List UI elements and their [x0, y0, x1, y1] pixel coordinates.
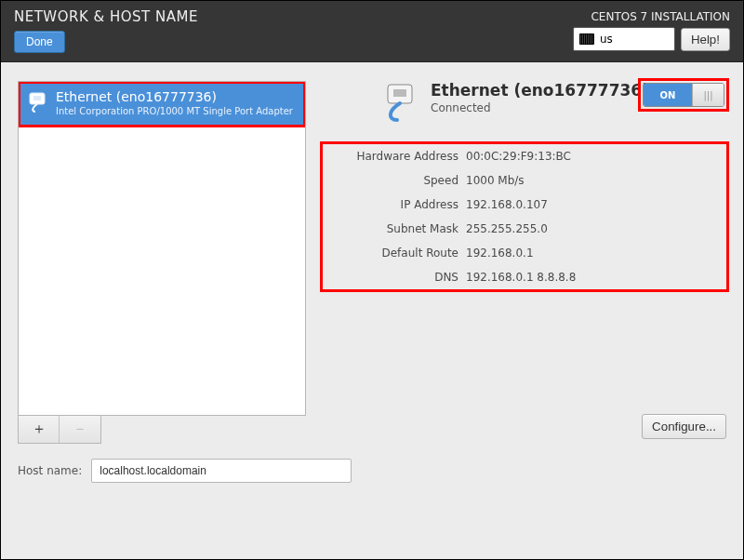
content-area: Ethernet (eno16777736) Intel Corporation… [1, 62, 743, 453]
svg-rect-1 [33, 96, 41, 100]
detail-value-hw: 00:0C:29:F9:13:BC [466, 150, 721, 163]
done-button[interactable]: Done [14, 31, 65, 53]
nic-description: Intel Corporation PRO/1000 MT Single Por… [56, 106, 296, 116]
nic-detail-column: Ethernet (eno16777736) Connected ON ||| … [323, 81, 726, 444]
detail-label-mask: Subnet Mask [328, 222, 458, 235]
hostname-row: Host name: [1, 453, 743, 500]
ethernet-icon [26, 91, 48, 113]
detail-value-speed: 1000 Mb/s [466, 174, 721, 187]
nic-status: Connected [431, 101, 649, 114]
detail-label-route: Default Route [328, 247, 458, 260]
top-right: CENTOS 7 INSTALLATION us Help! [573, 7, 730, 56]
nic-list-item[interactable]: Ethernet (eno16777736) Intel Corporation… [19, 82, 305, 127]
page-title: NETWORK & HOST NAME [14, 7, 198, 25]
detail-value-ip: 192.168.0.107 [466, 198, 721, 211]
detail-value-mask: 255.255.255.0 [466, 222, 721, 235]
detail-value-dns: 192.168.0.1 8.8.8.8 [466, 271, 721, 284]
toggle-knob: ||| [692, 84, 724, 106]
keyboard-layout-selector[interactable]: us [573, 27, 675, 51]
detail-label-dns: DNS [328, 271, 458, 284]
svg-rect-3 [393, 89, 406, 97]
add-nic-button[interactable]: ＋ [19, 416, 60, 443]
nic-header: Ethernet (eno16777736) Connected ON ||| [379, 81, 726, 124]
keyboard-icon [579, 33, 594, 45]
nic-header-text: Ethernet (eno16777736) Connected [431, 81, 649, 114]
detail-label-speed: Speed [328, 174, 458, 187]
nic-enable-toggle[interactable]: ON ||| [643, 83, 724, 107]
nic-details: Hardware Address 00:0C:29:F9:13:BC Speed… [323, 144, 726, 289]
hostname-label: Host name: [18, 464, 82, 477]
nic-list-toolbar: ＋ － [18, 416, 101, 444]
top-controls: us Help! [573, 27, 730, 51]
installation-label: CENTOS 7 INSTALLATION [591, 7, 730, 23]
remove-nic-button[interactable]: － [60, 416, 100, 443]
help-button[interactable]: Help! [681, 28, 730, 51]
keyboard-layout-label: us [600, 33, 613, 46]
nic-list-column: Ethernet (eno16777736) Intel Corporation… [18, 81, 306, 444]
nic-name: Ethernet (eno16777736) [56, 89, 296, 104]
detail-value-route: 192.168.0.1 [466, 247, 721, 260]
nic-list[interactable]: Ethernet (eno16777736) Intel Corporation… [18, 81, 306, 416]
top-bar: NETWORK & HOST NAME Done CENTOS 7 INSTAL… [1, 1, 743, 62]
nic-title: Ethernet (eno16777736) [431, 81, 649, 100]
ethernet-icon [379, 81, 421, 124]
hostname-input[interactable] [91, 459, 352, 483]
detail-label-ip: IP Address [328, 198, 458, 211]
configure-button[interactable]: Configure... [642, 414, 726, 439]
toggle-on-label: ON [644, 84, 692, 106]
detail-label-hw: Hardware Address [328, 150, 458, 163]
top-left: NETWORK & HOST NAME Done [14, 7, 198, 56]
nic-toggle-highlight: ON ||| [641, 81, 726, 109]
